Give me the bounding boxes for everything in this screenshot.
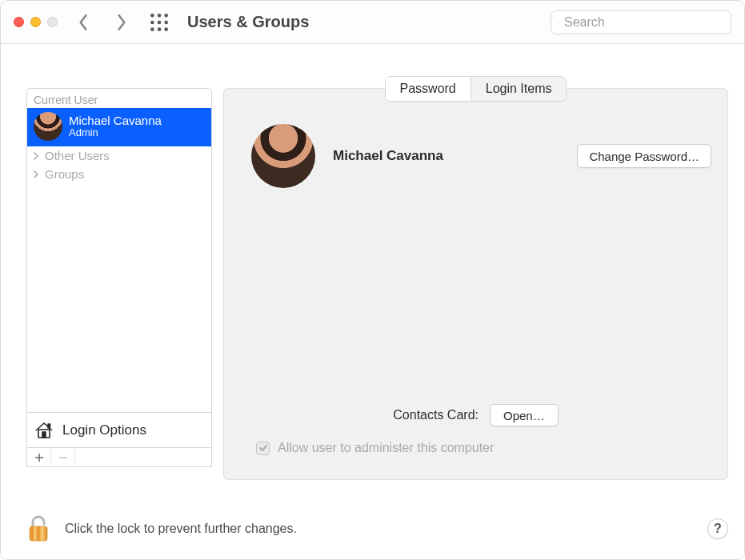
show-all-prefs-button[interactable]	[149, 12, 170, 33]
svg-point-5	[164, 20, 168, 24]
forward-button[interactable]	[114, 12, 130, 33]
svg-point-0	[150, 14, 154, 18]
close-window-button[interactable]	[14, 17, 24, 27]
chevron-right-icon	[32, 170, 40, 178]
sidebar-item-label: Other Users	[45, 149, 110, 162]
main-panel: Password Login Items Michael Cavanna Cha…	[223, 88, 728, 480]
contacts-card-row: Contacts Card: Open…	[224, 404, 727, 426]
tab-bar: Password Login Items	[385, 76, 567, 102]
svg-point-2	[164, 14, 168, 18]
tab-password[interactable]: Password	[386, 77, 471, 101]
svg-line-10	[559, 22, 559, 23]
sidebar-add-remove-bar	[26, 448, 212, 467]
user-display-name: Michael Cavanna	[333, 148, 443, 164]
lock-icon[interactable]	[26, 514, 50, 543]
plus-icon	[34, 453, 44, 462]
svg-rect-13	[48, 424, 50, 428]
svg-point-9	[558, 22, 559, 22]
window: Users & Groups Current User Michael Cava…	[0, 0, 745, 560]
svg-rect-12	[42, 432, 46, 438]
avatar-large[interactable]	[251, 124, 315, 188]
svg-point-1	[158, 14, 162, 18]
login-options-row[interactable]: Login Options	[27, 412, 211, 447]
toolbar: Users & Groups	[1, 1, 744, 44]
sidebar: Current User Michael Cavanna Admin Other…	[26, 88, 212, 448]
profile-row: Michael Cavanna Change Password…	[251, 124, 711, 188]
body: Current User Michael Cavanna Admin Other…	[1, 44, 744, 559]
change-password-button[interactable]: Change Password…	[577, 144, 711, 168]
help-button[interactable]: ?	[707, 518, 728, 539]
chevron-right-icon	[116, 14, 127, 31]
svg-point-8	[164, 27, 168, 31]
login-options-label: Login Options	[62, 422, 146, 438]
grid-icon	[149, 12, 170, 33]
sidebar-other-users[interactable]: Other Users	[27, 146, 211, 165]
tab-login-items[interactable]: Login Items	[471, 77, 567, 101]
house-icon	[34, 420, 54, 441]
back-button[interactable]	[75, 12, 91, 33]
minus-icon	[58, 453, 68, 462]
sidebar-section-header: Current User	[27, 89, 211, 108]
svg-point-3	[150, 20, 154, 24]
lock-row: Click the lock to prevent further change…	[26, 514, 728, 543]
admin-checkbox-label: Allow user to administer this computer	[278, 441, 494, 455]
window-controls	[14, 17, 58, 27]
svg-point-4	[158, 20, 162, 24]
remove-user-button	[51, 448, 75, 466]
lock-text: Click the lock to prevent further change…	[65, 522, 297, 536]
minimize-window-button[interactable]	[30, 17, 41, 27]
zoom-window-button	[47, 17, 58, 27]
sidebar-user-name-col: Michael Cavanna Admin	[69, 114, 162, 139]
chevron-left-icon	[78, 14, 89, 31]
svg-point-7	[158, 27, 162, 31]
avatar	[34, 112, 62, 141]
sidebar-user-name: Michael Cavanna	[69, 114, 162, 127]
sidebar-user-role: Admin	[69, 127, 162, 139]
admin-checkbox-row: Allow user to administer this computer	[256, 441, 494, 455]
chevron-right-icon	[32, 152, 40, 160]
window-title: Users & Groups	[187, 13, 309, 31]
svg-point-6	[150, 27, 154, 31]
search-field-wrap[interactable]	[551, 10, 731, 34]
open-contacts-card-button[interactable]: Open…	[490, 404, 559, 426]
search-icon	[558, 16, 559, 29]
svg-rect-17	[30, 526, 47, 541]
contacts-card-label: Contacts Card:	[393, 408, 479, 422]
add-user-button[interactable]	[27, 448, 51, 466]
sidebar-groups[interactable]: Groups	[27, 165, 211, 183]
check-icon	[258, 443, 268, 453]
nav-arrows	[75, 12, 130, 33]
sidebar-item-label: Groups	[45, 167, 84, 181]
admin-checkbox	[256, 442, 270, 455]
search-input[interactable]	[564, 15, 724, 30]
sidebar-current-user[interactable]: Michael Cavanna Admin	[27, 108, 211, 146]
